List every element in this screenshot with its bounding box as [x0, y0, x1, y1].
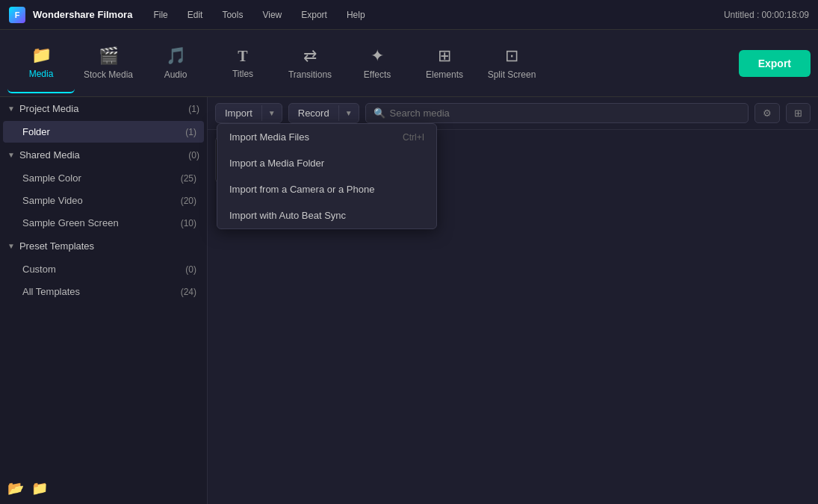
dropdown-import-camera[interactable]: Import from a Camera or a Phone [217, 176, 436, 202]
sample-video-label: Sample Video [22, 195, 181, 206]
toolbar-titles[interactable]: T Titles [209, 34, 276, 93]
search-input[interactable] [390, 108, 740, 119]
record-dropdown-arrow[interactable]: ▼ [338, 105, 359, 121]
sidebar-section-project-media[interactable]: ▼ Project Media (1) [0, 97, 207, 120]
import-dropdown-menu: Import Media Files Ctrl+I Import a Media… [217, 123, 437, 229]
toolbar-media[interactable]: 📁 Media [7, 34, 75, 93]
grid-view-button[interactable]: ⊞ [786, 103, 811, 123]
folder-label: Folder [22, 126, 185, 137]
import-dropdown[interactable]: Import ▼ [215, 103, 282, 123]
menu-file[interactable]: File [150, 8, 170, 22]
sidebar-bottom: 📂 📁 [0, 480, 208, 497]
import-files-shortcut: Ctrl+I [403, 132, 424, 143]
search-bar: 🔍 [365, 103, 749, 123]
menu-view[interactable]: View [259, 8, 285, 22]
toolbar: 📁 Media 🎬 Stock Media 🎵 Audio T Titles ⇄… [0, 30, 818, 97]
folder-count: (1) [185, 127, 196, 137]
split-screen-label: Split Screen [488, 69, 536, 80]
project-media-arrow: ▼ [7, 105, 15, 113]
preset-templates-arrow: ▼ [7, 242, 15, 250]
project-media-count: (1) [188, 104, 199, 114]
toolbar-elements[interactable]: ⊞ Elements [411, 34, 478, 93]
sidebar-section-shared-media[interactable]: ▼ Shared Media (0) [0, 143, 207, 167]
preset-templates-title: Preset Templates [19, 240, 195, 252]
split-screen-icon: ⊡ [505, 46, 518, 66]
sample-green-screen-count: (10) [181, 218, 196, 228]
custom-count: (0) [185, 264, 196, 275]
sample-color-label: Sample Color [22, 172, 181, 184]
record-dropdown[interactable]: Record ▼ [288, 103, 359, 123]
import-beat-sync-label: Import with Auto Beat Sync [229, 210, 346, 221]
titles-label: Titles [232, 69, 253, 79]
toolbar-split-screen[interactable]: ⊡ Split Screen [478, 34, 545, 93]
audio-icon: 🎵 [166, 46, 186, 66]
record-label: Record [289, 104, 338, 122]
shared-media-title: Shared Media [19, 149, 184, 161]
media-icon: 📁 [31, 46, 52, 65]
top-bar: F Wondershare Filmora File Edit Tools Vi… [0, 0, 818, 30]
folder-icon[interactable]: 📁 [31, 480, 48, 497]
export-button[interactable]: Export [739, 50, 811, 77]
toolbar-audio[interactable]: 🎵 Audio [142, 34, 209, 93]
import-camera-label: Import from a Camera or a Phone [229, 184, 374, 195]
shared-media-arrow: ▼ [7, 151, 15, 159]
dropdown-import-beat-sync[interactable]: Import with Auto Beat Sync [217, 202, 436, 228]
new-folder-icon[interactable]: 📂 [7, 480, 24, 497]
transitions-icon: ⇄ [303, 46, 317, 66]
toolbar-transitions[interactable]: ⇄ Transitions [276, 34, 344, 93]
app-logo: F [9, 7, 25, 23]
import-dropdown-arrow[interactable]: ▼ [261, 105, 282, 121]
sidebar-item-custom[interactable]: Custom (0) [3, 258, 204, 280]
sidebar-item-all-templates[interactable]: All Templates (24) [3, 281, 204, 302]
menu-export[interactable]: Export [298, 8, 330, 22]
shared-media-count: (0) [188, 150, 199, 161]
toolbar-effects[interactable]: ✦ Effects [344, 34, 411, 93]
search-icon: 🔍 [374, 108, 385, 119]
sample-video-count: (20) [181, 196, 196, 206]
dropdown-import-folder[interactable]: Import a Media Folder [217, 150, 436, 176]
import-label: Import [216, 104, 261, 122]
effects-label: Effects [364, 69, 391, 80]
app-name: Wondershare Filmora [33, 9, 132, 20]
custom-label: Custom [22, 264, 185, 275]
titles-icon: T [238, 48, 247, 65]
all-templates-count: (24) [181, 287, 196, 297]
top-bar-left: F Wondershare Filmora File Edit Tools Vi… [9, 7, 368, 23]
sample-green-screen-label: Sample Green Screen [22, 217, 181, 228]
filter-icon: ⚙ [763, 108, 772, 119]
menu-edit[interactable]: Edit [185, 8, 206, 22]
stock-media-label: Stock Media [84, 69, 133, 80]
all-templates-label: All Templates [22, 286, 181, 297]
sample-color-count: (25) [181, 173, 196, 184]
import-files-label: Import Media Files [229, 131, 309, 143]
sidebar-item-sample-color[interactable]: Sample Color (25) [3, 167, 204, 189]
audio-label: Audio [164, 69, 188, 80]
transitions-label: Transitions [288, 69, 332, 80]
effects-icon: ✦ [371, 46, 384, 66]
sidebar-item-folder[interactable]: Folder (1) [3, 121, 204, 143]
project-title: Untitled : 00:00:18:09 [724, 10, 809, 20]
sidebar-item-sample-green-screen[interactable]: Sample Green Screen (10) [3, 212, 204, 234]
dropdown-import-files[interactable]: Import Media Files Ctrl+I [217, 124, 436, 150]
menu-tools[interactable]: Tools [219, 8, 246, 22]
toolbar-stock-media[interactable]: 🎬 Stock Media [75, 34, 142, 93]
import-folder-label: Import a Media Folder [229, 158, 324, 169]
menu-bar: File Edit Tools View Export Help [150, 8, 368, 22]
sidebar-item-sample-video[interactable]: Sample Video (20) [3, 190, 204, 211]
project-media-title: Project Media [19, 103, 184, 114]
stock-media-icon: 🎬 [99, 46, 119, 66]
elements-icon: ⊞ [438, 46, 451, 66]
menu-help[interactable]: Help [344, 8, 368, 22]
media-label: Media [29, 69, 54, 79]
elements-label: Elements [426, 69, 463, 80]
grid-icon: ⊞ [794, 108, 802, 119]
filter-button[interactable]: ⚙ [755, 103, 780, 123]
sidebar: ▼ Project Media (1) Folder (1) ▼ Shared … [0, 97, 208, 504]
sidebar-section-preset-templates[interactable]: ▼ Preset Templates [0, 234, 207, 258]
